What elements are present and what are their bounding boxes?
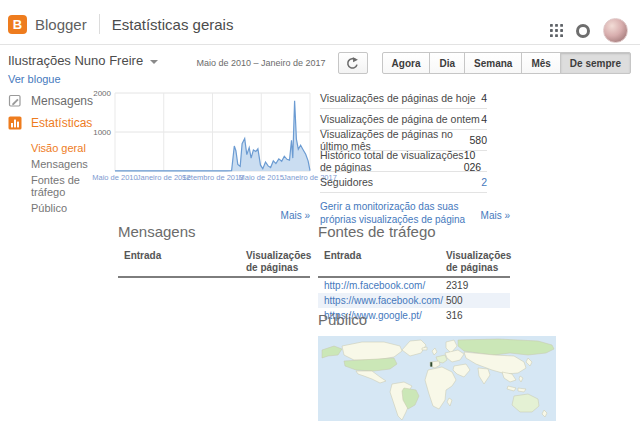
blogger-stats-page: B Blogger Estatísticas gerais Ilustraçõe… — [0, 0, 640, 421]
blog-selector[interactable]: Ilustrações Nuno Freire — [8, 53, 158, 68]
time-filter-toolbar: Maio de 2010 – Janeiro de 2017 AgoraDiaS… — [196, 52, 631, 74]
filter-button-semana[interactable]: Semana — [464, 52, 522, 74]
mensagens-table-header: Entrada Visualizações de páginas — [118, 248, 310, 278]
blogger-logo-icon[interactable]: B — [8, 15, 27, 34]
stats-icon — [8, 116, 22, 130]
stat-value: 4 — [481, 113, 487, 125]
svg-text:Maio de 2015: Maio de 2015 — [239, 173, 284, 182]
traffic-row: https://www.facebook.com/500 — [318, 293, 510, 308]
header-divider — [99, 14, 100, 34]
stat-row: Histórico total de visualizações de pági… — [320, 151, 487, 172]
stat-row: Seguidores2 — [320, 172, 487, 193]
caret-down-icon — [150, 60, 158, 64]
stat-label: Visualizações de páginas de hoje — [320, 92, 476, 104]
traffic-views: 2319 — [446, 280, 510, 291]
stat-label: Visualizações de página de ontem — [320, 113, 480, 125]
notifications-icon[interactable] — [576, 24, 590, 38]
col-entrada: Entrada — [118, 250, 246, 273]
section-publico: Público — [318, 310, 558, 421]
time-filter-group: AgoraDiaSemanaMêsDe sempre — [382, 52, 631, 74]
fontes-title: Fontes de tráfego — [318, 223, 510, 240]
filter-button-de-sempre[interactable]: De sempre — [560, 52, 631, 74]
publico-title: Público — [318, 311, 558, 328]
svg-text:Maio de 2010: Maio de 2010 — [92, 173, 137, 182]
mensagens-more-link[interactable]: Mais » — [118, 210, 310, 222]
stat-value: 4 — [481, 92, 487, 104]
stat-row: Visualizações de página de ontem4 — [320, 109, 487, 130]
posts-icon — [8, 94, 22, 108]
page-title: Estatísticas gerais — [112, 16, 234, 33]
stat-label: Seguidores — [320, 176, 373, 188]
svg-text:1000: 1000 — [93, 128, 111, 137]
pageviews-chart: Maio de 2010Janeiro de 2012Setembro de 2… — [88, 88, 318, 185]
stat-row: Visualizações de páginas de hoje4 — [320, 88, 487, 109]
traffic-url-link[interactable]: https://www.facebook.com/ — [318, 295, 446, 306]
stat-value: 10 026 — [464, 149, 487, 173]
stat-row: Visualizações de páginas no último mês58… — [320, 130, 487, 151]
traffic-views: 500 — [446, 295, 510, 306]
stats-panel: Visualizações de páginas de hoje4Visuali… — [320, 88, 487, 226]
apps-grid-icon[interactable] — [550, 24, 563, 37]
blog-name: Ilustrações Nuno Freire — [8, 53, 143, 68]
world-map — [318, 336, 558, 421]
fontes-table-header: Entrada Visualizações de páginas — [318, 248, 510, 278]
traffic-url-link[interactable]: http://m.facebook.com/ — [318, 280, 446, 291]
section-mensagens: Mais » Mensagens Entrada Visualizações d… — [118, 210, 310, 300]
subnav-publico[interactable]: Público — [31, 200, 112, 216]
mensagens-title: Mensagens — [118, 223, 310, 240]
stat-value: 580 — [469, 134, 487, 146]
traffic-row: http://m.facebook.com/2319 — [318, 278, 510, 293]
svg-text:2000: 2000 — [93, 89, 111, 98]
filter-button-agora[interactable]: Agora — [382, 52, 431, 74]
mensagens-table-body — [118, 278, 310, 300]
avatar[interactable] — [603, 18, 628, 43]
col-visualizacoes: Visualizações de páginas — [446, 250, 510, 273]
sidebar-item-label: Mensagens — [31, 94, 93, 108]
filter-button-dia[interactable]: Dia — [429, 52, 465, 74]
app-header: B Blogger Estatísticas gerais — [0, 0, 640, 45]
refresh-button[interactable] — [338, 52, 368, 74]
refresh-icon — [345, 56, 360, 71]
col-entrada: Entrada — [318, 250, 446, 273]
stat-value[interactable]: 2 — [481, 176, 487, 188]
view-blog-link[interactable]: Ver blogue — [8, 73, 61, 85]
app-name[interactable]: Blogger — [35, 16, 87, 33]
date-range-label: Maio de 2010 – Janeiro de 2017 — [196, 58, 325, 68]
filter-button-mês[interactable]: Mês — [521, 52, 560, 74]
fontes-more-link[interactable]: Mais » — [318, 210, 510, 222]
col-visualizacoes: Visualizações de páginas — [246, 250, 310, 273]
svg-text:Setembro de 2013: Setembro de 2013 — [182, 173, 244, 182]
stat-label: Histórico total de visualizações de pági… — [320, 149, 464, 173]
section-fontes-trafego: Mais » Fontes de tráfego Entrada Visuali… — [318, 210, 510, 323]
sidebar-item-label: Estatísticas — [31, 116, 92, 130]
